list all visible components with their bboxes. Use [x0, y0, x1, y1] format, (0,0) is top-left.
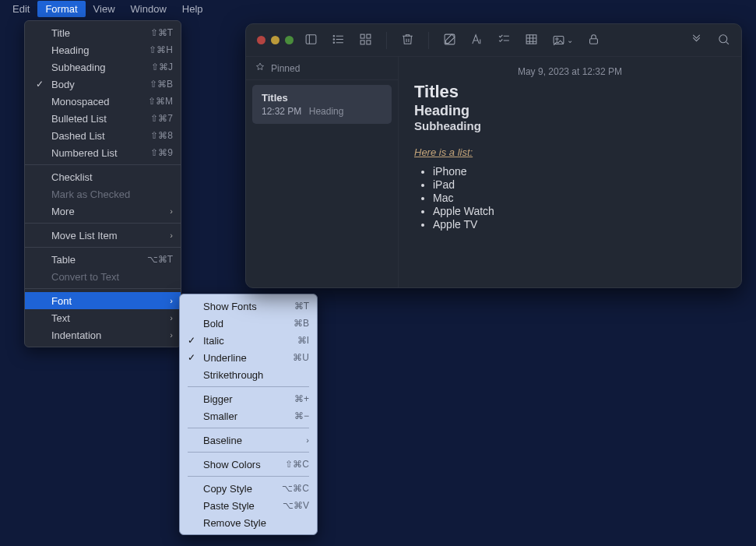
note-card[interactable]: Titles 12:32 PM Heading — [252, 85, 392, 124]
note-card-title: Titles — [262, 92, 382, 104]
shortcut-label: ⌘U — [293, 352, 309, 363]
notes-sidebar: Pinned Titles 12:32 PM Heading — [246, 57, 399, 287]
chevron-right-icon: › — [170, 313, 173, 322]
list-item: Mac — [433, 192, 726, 204]
chevron-right-icon: › — [170, 231, 173, 240]
lock-icon[interactable] — [587, 33, 600, 48]
note-card-preview: Heading — [309, 106, 344, 117]
menu-item-label: Table — [51, 254, 76, 266]
menu-item-copy-style[interactable]: Copy Style⌥⌘C — [180, 480, 317, 497]
zoom-icon[interactable] — [285, 36, 294, 44]
menu-item-label: Text — [51, 312, 70, 324]
checklist-icon[interactable] — [498, 33, 511, 48]
notes-window: ⌄ Pinned Titles 12:32 PM Heading May 9, … — [245, 23, 742, 288]
svg-point-21 — [556, 38, 558, 41]
svg-rect-8 — [360, 34, 364, 38]
pinned-header: Pinned — [246, 57, 398, 80]
menu-item-monospaced[interactable]: Monospaced⇧⌘M — [25, 93, 181, 110]
grid-view-icon[interactable] — [359, 33, 372, 48]
close-icon[interactable] — [257, 36, 265, 44]
menu-item-subheading[interactable]: Subheading⇧⌘J — [25, 58, 181, 76]
menu-format[interactable]: Format — [37, 1, 85, 17]
menu-item-numbered-list[interactable]: Numbered List⇧⌘9 — [25, 144, 181, 161]
traffic-lights[interactable] — [257, 36, 294, 44]
svg-point-6 — [333, 38, 334, 39]
menu-item-label: Mark as Checked — [51, 188, 130, 200]
svg-rect-10 — [360, 40, 364, 44]
check-icon: ✓ — [36, 79, 44, 90]
shortcut-label: ⌘+ — [294, 393, 309, 404]
format-menu[interactable]: Title⇧⌘THeading⇧⌘HSubheading⇧⌘J✓Body⇧⌘BM… — [24, 20, 181, 347]
menu-view[interactable]: View — [86, 1, 123, 17]
menu-item-font[interactable]: Font› — [25, 292, 181, 309]
menu-item-baseline[interactable]: Baseline› — [180, 432, 317, 449]
menu-item-label: Bulleted List — [51, 113, 107, 125]
toolbar-end — [690, 33, 730, 48]
menu-item-table[interactable]: Table⌥⌘T — [25, 251, 181, 268]
menu-item-label: Smaller — [203, 410, 237, 422]
menu-item-strikethrough[interactable]: Strikethrough — [180, 366, 317, 383]
font-submenu[interactable]: Show Fonts⌘TBold⌘B✓Italic⌘I✓Underline⌘US… — [179, 294, 318, 535]
menu-item-remove-style[interactable]: Remove Style — [180, 514, 317, 531]
table-icon[interactable] — [525, 33, 538, 48]
chevron-right-icon: › — [170, 206, 173, 216]
menu-item-paste-style[interactable]: Paste Style⌥⌘V — [180, 497, 317, 514]
check-icon: ✓ — [188, 335, 195, 346]
menu-item-more[interactable]: More› — [25, 203, 181, 220]
menu-item-label: Strikethrough — [203, 369, 263, 381]
menu-item-label: Italic — [203, 335, 224, 347]
list-item: iPhone — [433, 165, 726, 178]
menu-item-text[interactable]: Text› — [25, 309, 181, 326]
menu-item-label: Bigger — [203, 393, 233, 405]
compose-icon[interactable] — [443, 33, 456, 48]
sidebar-toggle-icon[interactable] — [304, 33, 318, 48]
list-item: iPad — [433, 178, 726, 191]
menu-item-bold[interactable]: Bold⌘B — [180, 315, 317, 332]
menu-item-label: Convert to Text — [51, 271, 119, 283]
menu-help[interactable]: Help — [174, 1, 211, 17]
more-icon[interactable] — [690, 33, 703, 48]
menu-item-italic[interactable]: ✓Italic⌘I — [180, 332, 317, 349]
shortcut-label: ⇧⌘H — [149, 44, 173, 55]
svg-line-24 — [726, 41, 729, 44]
menu-window[interactable]: Window — [123, 1, 174, 17]
toolbar-right: ⌄ — [443, 33, 600, 48]
media-icon[interactable]: ⌄ — [552, 33, 573, 47]
menu-item-checklist[interactable]: Checklist — [25, 168, 181, 185]
trash-icon[interactable] — [401, 33, 414, 48]
text-style-icon[interactable] — [470, 33, 483, 48]
svg-rect-9 — [367, 34, 371, 38]
menu-item-show-fonts[interactable]: Show Fonts⌘T — [180, 298, 317, 315]
shortcut-label: ⇧⌘J — [151, 62, 173, 72]
menu-item-move-list-item[interactable]: Move List Item› — [25, 227, 181, 244]
menu-item-body[interactable]: ✓Body⇧⌘B — [25, 76, 181, 93]
menu-item-title[interactable]: Title⇧⌘T — [25, 24, 181, 41]
list-view-icon[interactable] — [332, 33, 345, 48]
menu-item-label: Paste Style — [203, 500, 255, 512]
menu-item-smaller[interactable]: Smaller⌘− — [180, 407, 317, 424]
menu-item-label: Title — [51, 27, 70, 39]
toolbar-mid — [401, 33, 414, 48]
note-editor[interactable]: May 9, 2023 at 12:32 PM Titles Heading S… — [399, 57, 741, 287]
menu-item-underline[interactable]: ✓Underline⌘U — [180, 349, 317, 366]
menu-item-label: Numbered List — [51, 147, 118, 159]
search-icon[interactable] — [717, 33, 730, 48]
menu-edit[interactable]: Edit — [5, 1, 37, 17]
menu-item-label: Body — [51, 79, 75, 90]
menu-item-label: Baseline — [203, 435, 242, 446]
note-date: May 9, 2023 at 12:32 PM — [414, 66, 726, 77]
note-list-lead: Here is a list: — [414, 146, 473, 158]
menu-item-bigger[interactable]: Bigger⌘+ — [180, 390, 317, 407]
menu-item-dashed-list[interactable]: Dashed List⇧⌘8 — [25, 127, 181, 144]
menu-item-show-colors[interactable]: Show Colors⇧⌘C — [180, 456, 317, 473]
chevron-right-icon: › — [306, 435, 309, 445]
minimize-icon[interactable] — [271, 36, 280, 44]
menu-item-heading[interactable]: Heading⇧⌘H — [25, 41, 181, 58]
menu-item-indentation[interactable]: Indentation› — [25, 326, 181, 343]
menu-item-label: Heading — [51, 44, 89, 56]
shortcut-label: ⌥⌘V — [283, 500, 309, 511]
check-icon: ✓ — [188, 352, 195, 363]
shortcut-label: ⇧⌘B — [149, 79, 173, 90]
menu-item-bulleted-list[interactable]: Bulleted List⇧⌘7 — [25, 110, 181, 127]
note-h3: Subheading — [414, 119, 726, 132]
